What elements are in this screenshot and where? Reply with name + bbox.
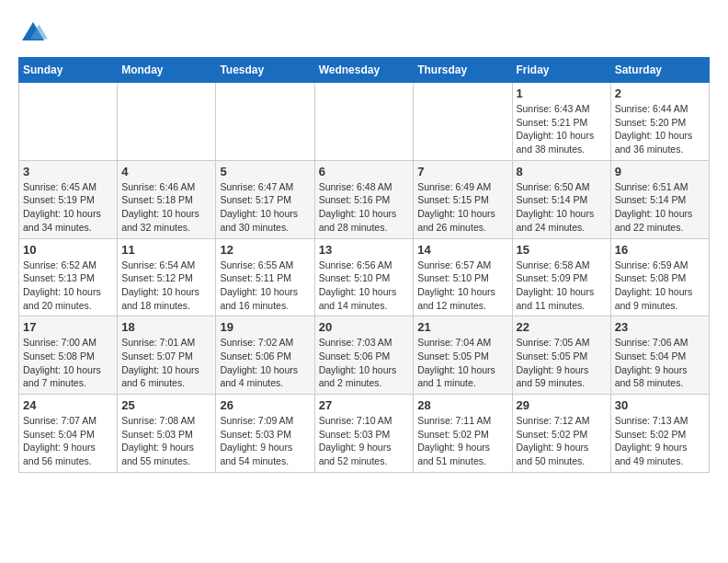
calendar-body: 1Sunrise: 6:43 AM Sunset: 5:21 PM Daylig… <box>19 83 710 473</box>
day-number: 2 <box>615 86 705 100</box>
calendar-day-cell: 5Sunrise: 6:47 AM Sunset: 5:17 PM Daylig… <box>216 160 314 238</box>
calendar-day-cell <box>314 83 414 161</box>
weekday-header-cell: Saturday <box>610 58 709 83</box>
weekday-header-cell: Thursday <box>414 58 512 83</box>
day-number: 11 <box>121 243 211 257</box>
calendar-week-row: 3Sunrise: 6:45 AM Sunset: 5:19 PM Daylig… <box>19 160 710 238</box>
calendar-day-cell: 1Sunrise: 6:43 AM Sunset: 5:21 PM Daylig… <box>512 83 610 161</box>
day-number: 12 <box>220 243 310 257</box>
day-info: Sunrise: 6:46 AM Sunset: 5:18 PM Dayligh… <box>121 180 211 235</box>
day-info: Sunrise: 6:47 AM Sunset: 5:17 PM Dayligh… <box>220 180 310 235</box>
calendar-day-cell: 26Sunrise: 7:09 AM Sunset: 5:03 PM Dayli… <box>216 395 314 473</box>
day-number: 6 <box>319 165 410 178</box>
day-info: Sunrise: 7:08 AM Sunset: 5:03 PM Dayligh… <box>121 414 211 468</box>
calendar-day-cell: 10Sunrise: 6:52 AM Sunset: 5:13 PM Dayli… <box>19 238 118 316</box>
day-info: Sunrise: 7:02 AM Sunset: 5:06 PM Dayligh… <box>220 336 310 390</box>
calendar-day-cell: 27Sunrise: 7:10 AM Sunset: 5:03 PM Dayli… <box>314 395 414 473</box>
calendar-day-cell: 25Sunrise: 7:08 AM Sunset: 5:03 PM Dayli… <box>118 395 216 473</box>
header <box>18 18 710 48</box>
day-info: Sunrise: 7:06 AM Sunset: 5:04 PM Dayligh… <box>615 336 705 390</box>
calendar-week-row: 24Sunrise: 7:07 AM Sunset: 5:04 PM Dayli… <box>19 395 710 473</box>
calendar-day-cell <box>118 83 216 161</box>
calendar-day-cell: 21Sunrise: 7:04 AM Sunset: 5:05 PM Dayli… <box>414 316 512 395</box>
day-number: 19 <box>220 320 310 334</box>
weekday-header-cell: Tuesday <box>216 58 314 83</box>
day-number: 9 <box>615 165 705 178</box>
calendar-day-cell: 13Sunrise: 6:56 AM Sunset: 5:10 PM Dayli… <box>314 238 414 316</box>
day-info: Sunrise: 7:12 AM Sunset: 5:02 PM Dayligh… <box>517 414 607 468</box>
day-number: 1 <box>517 86 607 100</box>
day-info: Sunrise: 7:03 AM Sunset: 5:06 PM Dayligh… <box>319 336 410 390</box>
calendar-day-cell: 22Sunrise: 7:05 AM Sunset: 5:05 PM Dayli… <box>512 316 610 395</box>
day-info: Sunrise: 6:43 AM Sunset: 5:21 PM Dayligh… <box>517 102 607 156</box>
day-number: 14 <box>417 243 507 257</box>
day-number: 3 <box>23 165 113 178</box>
day-info: Sunrise: 6:50 AM Sunset: 5:14 PM Dayligh… <box>517 180 607 235</box>
day-info: Sunrise: 7:01 AM Sunset: 5:07 PM Dayligh… <box>121 336 211 390</box>
day-number: 10 <box>23 243 113 257</box>
day-number: 15 <box>517 243 607 257</box>
weekday-header-cell: Monday <box>118 58 216 83</box>
calendar-day-cell <box>216 83 314 161</box>
day-number: 22 <box>517 320 607 334</box>
day-info: Sunrise: 6:57 AM Sunset: 5:10 PM Dayligh… <box>417 259 507 313</box>
calendar-day-cell <box>414 83 512 161</box>
calendar-day-cell: 16Sunrise: 6:59 AM Sunset: 5:08 PM Dayli… <box>610 238 709 316</box>
calendar-day-cell: 12Sunrise: 6:55 AM Sunset: 5:11 PM Dayli… <box>216 238 314 316</box>
calendar-day-cell: 18Sunrise: 7:01 AM Sunset: 5:07 PM Dayli… <box>118 316 216 395</box>
day-number: 8 <box>517 165 607 178</box>
day-number: 7 <box>417 165 507 178</box>
calendar-day-cell: 19Sunrise: 7:02 AM Sunset: 5:06 PM Dayli… <box>216 316 314 395</box>
day-number: 5 <box>220 165 310 178</box>
day-number: 24 <box>23 398 113 412</box>
day-number: 28 <box>417 398 507 412</box>
day-number: 20 <box>319 320 410 334</box>
day-number: 29 <box>517 398 607 412</box>
calendar-day-cell: 28Sunrise: 7:11 AM Sunset: 5:02 PM Dayli… <box>414 395 512 473</box>
day-info: Sunrise: 6:49 AM Sunset: 5:15 PM Dayligh… <box>417 180 507 235</box>
day-info: Sunrise: 6:54 AM Sunset: 5:12 PM Dayligh… <box>121 259 211 313</box>
day-number: 23 <box>615 320 705 334</box>
calendar-day-cell: 14Sunrise: 6:57 AM Sunset: 5:10 PM Dayli… <box>414 238 512 316</box>
day-info: Sunrise: 6:58 AM Sunset: 5:09 PM Dayligh… <box>517 259 607 313</box>
calendar-day-cell: 4Sunrise: 6:46 AM Sunset: 5:18 PM Daylig… <box>118 160 216 238</box>
day-info: Sunrise: 7:09 AM Sunset: 5:03 PM Dayligh… <box>220 414 310 468</box>
calendar-day-cell: 29Sunrise: 7:12 AM Sunset: 5:02 PM Dayli… <box>512 395 610 473</box>
calendar-day-cell: 2Sunrise: 6:44 AM Sunset: 5:20 PM Daylig… <box>610 83 709 161</box>
calendar-day-cell: 30Sunrise: 7:13 AM Sunset: 5:02 PM Dayli… <box>610 395 709 473</box>
day-info: Sunrise: 7:11 AM Sunset: 5:02 PM Dayligh… <box>417 414 507 468</box>
calendar-day-cell: 8Sunrise: 6:50 AM Sunset: 5:14 PM Daylig… <box>512 160 610 238</box>
day-info: Sunrise: 7:05 AM Sunset: 5:05 PM Dayligh… <box>517 336 607 390</box>
calendar-week-row: 10Sunrise: 6:52 AM Sunset: 5:13 PM Dayli… <box>19 238 710 316</box>
weekday-header-cell: Friday <box>512 58 610 83</box>
logo <box>18 18 51 48</box>
calendar-day-cell: 15Sunrise: 6:58 AM Sunset: 5:09 PM Dayli… <box>512 238 610 316</box>
weekday-header-row: SundayMondayTuesdayWednesdayThursdayFrid… <box>19 58 710 83</box>
calendar-day-cell: 11Sunrise: 6:54 AM Sunset: 5:12 PM Dayli… <box>118 238 216 316</box>
day-info: Sunrise: 6:56 AM Sunset: 5:10 PM Dayligh… <box>319 259 410 313</box>
calendar-week-row: 17Sunrise: 7:00 AM Sunset: 5:08 PM Dayli… <box>19 316 710 395</box>
weekday-header-cell: Wednesday <box>314 58 414 83</box>
calendar-day-cell: 17Sunrise: 7:00 AM Sunset: 5:08 PM Dayli… <box>19 316 118 395</box>
day-info: Sunrise: 6:45 AM Sunset: 5:19 PM Dayligh… <box>23 180 113 235</box>
day-info: Sunrise: 6:55 AM Sunset: 5:11 PM Dayligh… <box>220 259 310 313</box>
day-number: 30 <box>615 398 705 412</box>
day-info: Sunrise: 6:51 AM Sunset: 5:14 PM Dayligh… <box>615 180 705 235</box>
calendar-day-cell: 24Sunrise: 7:07 AM Sunset: 5:04 PM Dayli… <box>19 395 118 473</box>
day-info: Sunrise: 6:44 AM Sunset: 5:20 PM Dayligh… <box>615 102 705 156</box>
day-number: 27 <box>319 398 410 412</box>
day-number: 18 <box>121 320 211 334</box>
day-info: Sunrise: 7:13 AM Sunset: 5:02 PM Dayligh… <box>615 414 705 468</box>
weekday-header-cell: Sunday <box>19 58 118 83</box>
calendar-day-cell: 20Sunrise: 7:03 AM Sunset: 5:06 PM Dayli… <box>314 316 414 395</box>
calendar-day-cell: 9Sunrise: 6:51 AM Sunset: 5:14 PM Daylig… <box>610 160 709 238</box>
day-info: Sunrise: 6:52 AM Sunset: 5:13 PM Dayligh… <box>23 259 113 313</box>
calendar-day-cell: 6Sunrise: 6:48 AM Sunset: 5:16 PM Daylig… <box>314 160 414 238</box>
day-info: Sunrise: 7:00 AM Sunset: 5:08 PM Dayligh… <box>23 336 113 390</box>
calendar-table: SundayMondayTuesdayWednesdayThursdayFrid… <box>18 57 710 473</box>
day-number: 25 <box>121 398 211 412</box>
day-info: Sunrise: 6:59 AM Sunset: 5:08 PM Dayligh… <box>615 259 705 313</box>
day-info: Sunrise: 6:48 AM Sunset: 5:16 PM Dayligh… <box>319 180 410 235</box>
calendar-day-cell: 23Sunrise: 7:06 AM Sunset: 5:04 PM Dayli… <box>610 316 709 395</box>
calendar-day-cell: 7Sunrise: 6:49 AM Sunset: 5:15 PM Daylig… <box>414 160 512 238</box>
